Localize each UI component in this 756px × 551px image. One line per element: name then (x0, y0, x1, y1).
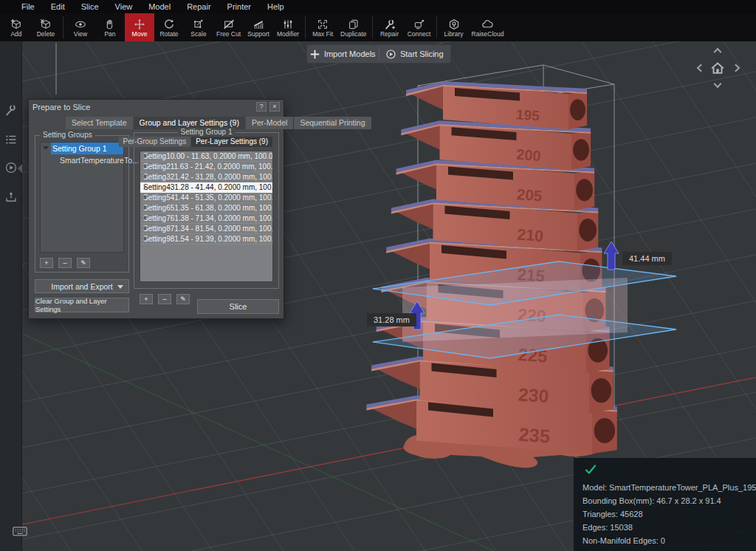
add-layer-setting-button[interactable]: + (140, 294, 153, 304)
tab-per-group-settings[interactable]: Per-Group Settings (119, 137, 191, 147)
tower-temperature-label: 235 (518, 424, 551, 447)
menu-model[interactable]: Model (140, 0, 179, 13)
toolbar-button-add[interactable]: Add (1, 13, 31, 41)
bounding-box-line: Bounding Box(mm): 46.7 x 28.2 x 91.4 (583, 494, 747, 507)
tree-item-model[interactable]: SmartTemperatureTo... (41, 154, 123, 166)
keyboard-icon[interactable] (10, 523, 30, 539)
support-icon (252, 18, 265, 30)
settings-wrench-icon[interactable] (4, 103, 18, 117)
layer-range: 21.42 - 31.28, 0.2000 mm, 100.0 % (171, 173, 273, 181)
toolbar-button-raisecloud[interactable]: RaiseCloud (469, 13, 507, 41)
tree-expander-icon[interactable] (43, 146, 49, 150)
panel-collapse-arrow[interactable] (18, 164, 22, 173)
toolbar-button-rotate[interactable]: Rotate (154, 13, 184, 41)
menu-view[interactable]: View (107, 0, 141, 13)
tab-select-template[interactable]: Select Template (66, 117, 133, 129)
rotate-down-chevron[interactable] (712, 81, 723, 89)
toolbar-button-duplicate[interactable]: Duplicate (337, 13, 369, 41)
dialog-titlebar[interactable]: Prepare to Slice ? × (29, 100, 284, 113)
layer-name: Setting7 (143, 214, 171, 222)
menu-edit[interactable]: Edit (43, 0, 73, 13)
layer-row-setting5[interactable]: Setting5 41.44 - 51.35, 0.2000 mm, 100.0… (140, 193, 272, 203)
layer-row-setting4-selected[interactable]: Setting4 31.28 - 41.44, 0.2000 mm, 100.0… (140, 182, 272, 193)
layer-settings-list[interactable]: Setting1 0.00 - 11.63, 0.2000 mm, 100.0 … (140, 151, 273, 282)
layer-range: 71.34 - 81.54, 0.2000 mm, 100.0 % (171, 225, 273, 233)
toolbar-button-scale[interactable]: Scale (184, 13, 213, 41)
settings-subtabs: Per-Group Settings Per-Layer Settings (9… (119, 137, 272, 147)
toolbar-button-view[interactable]: View (66, 13, 95, 41)
toolbar-button-delete[interactable]: Delete (31, 13, 61, 41)
clear-button-label: Clear Group and Layer Settings (35, 297, 128, 313)
toolbar-button-library[interactable]: Library (439, 13, 469, 41)
hand-icon (103, 18, 117, 30)
remove-layer-setting-button[interactable]: – (158, 294, 171, 304)
free-cut-icon (222, 18, 236, 30)
viewport-3d[interactable]: 235230225220215210205200195 Import Model… (0, 41, 756, 551)
layer-row-setting2[interactable]: Setting2 11.63 - 21.42, 0.2000 mm, 100.0… (140, 162, 272, 172)
layer-name: Setting5 (143, 194, 171, 202)
main-toolbar: Add Delete View Pan Move Rotate Scale (0, 13, 756, 41)
rotate-left-chevron[interactable] (695, 63, 704, 73)
remove-group-button[interactable]: – (58, 258, 72, 268)
toolbar-button-modifier[interactable]: Modifier (273, 13, 303, 41)
toolbar-button-repair[interactable]: Repair (375, 13, 405, 41)
tab-per-layer-settings[interactable]: Per-Layer Settings (9) (191, 137, 272, 147)
toolbar-button-move[interactable]: Move (125, 13, 154, 41)
menu-repair[interactable]: Repair (179, 0, 219, 13)
add-group-button[interactable]: + (40, 258, 53, 268)
help-button[interactable]: ? (256, 102, 267, 112)
group-buttons: + – ✎ (40, 258, 90, 268)
clear-group-layer-settings-button[interactable]: Clear Group and Layer Settings (35, 298, 129, 312)
tab-per-model[interactable]: Per-Model (246, 117, 293, 129)
list-panel-icon[interactable] (4, 133, 18, 146)
left-tool-rail (0, 41, 22, 551)
import-models-button[interactable]: Import Models (307, 45, 379, 63)
toolbar-separator (305, 16, 306, 38)
edit-layer-setting-button[interactable]: ✎ (176, 294, 190, 304)
toolbar-separator (436, 16, 437, 38)
layer-name: Setting1 (143, 152, 171, 160)
menu-slice[interactable]: Slice (73, 0, 107, 13)
tree-item-setting-group-1[interactable]: Setting Group 1 (51, 143, 123, 154)
dialog-title: Prepare to Slice (32, 103, 90, 112)
start-panel-icon[interactable] (4, 161, 18, 174)
layer-row-setting9[interactable]: Setting9 81.54 - 91.39, 0.2000 mm, 100.0… (140, 234, 272, 244)
slice-button[interactable]: Slice (197, 299, 279, 314)
menu-printer[interactable]: Printer (219, 0, 259, 13)
close-button[interactable]: × (269, 102, 280, 112)
cube-delete-icon (39, 18, 52, 30)
toolbar-button-max-fit[interactable]: Max Fit (308, 13, 337, 41)
quick-actions-bar: Import Models Start Slicing (306, 44, 451, 64)
upper-plane-arrow-handle[interactable] (604, 242, 619, 270)
rotate-up-chevron[interactable] (712, 47, 723, 55)
layer-row-setting7[interactable]: Setting7 61.38 - 71.34, 0.2000 mm, 100.0… (140, 213, 272, 224)
upper-plane-height-label: 41.44 mm (622, 252, 672, 265)
layer-buttons: + – ✎ (140, 294, 190, 304)
layer-row-setting6[interactable]: Setting6 51.35 - 61.38, 0.2000 mm, 100.0… (140, 203, 272, 213)
edit-group-button[interactable]: ✎ (77, 258, 90, 268)
toolbar-button-pan[interactable]: Pan (95, 13, 125, 41)
tab-sequential-printing[interactable]: Sequential Printing (294, 117, 371, 129)
toolbar-label: Rotate (159, 31, 178, 38)
setting-groups-tree[interactable]: Setting Group 1 SmartTemperatureTo... (40, 142, 124, 253)
slice-button-label: Slice (230, 302, 247, 311)
model-info-panel: Model: SmartTemperatureTower_PLA_Plus_19… (574, 458, 756, 551)
rotate-icon (162, 18, 176, 30)
export-panel-icon[interactable] (4, 191, 18, 204)
edges-line: Edges: 15038 (583, 521, 747, 534)
layer-row-setting8[interactable]: Setting8 71.34 - 81.54, 0.2000 mm, 100.0… (140, 224, 272, 234)
connect-icon (413, 18, 426, 30)
layer-range: 41.44 - 51.35, 0.2000 mm, 100.0 % (171, 194, 273, 202)
layer-name: Setting4 (143, 183, 171, 191)
toolbar-button-support[interactable]: Support (244, 13, 273, 41)
start-slicing-button[interactable]: Start Slicing (379, 45, 451, 63)
import-and-export-button[interactable]: Import and Export (35, 279, 129, 293)
toolbar-button-free-cut[interactable]: Free Cut (213, 13, 244, 41)
toolbar-button-connect[interactable]: Connect (405, 13, 434, 41)
home-view-icon[interactable] (709, 60, 726, 76)
layer-row-setting3[interactable]: Setting3 21.42 - 31.28, 0.2000 mm, 100.0… (140, 172, 272, 182)
layer-row-setting1[interactable]: Setting1 0.00 - 11.63, 0.2000 mm, 100.0 … (140, 151, 272, 162)
menu-file[interactable]: File (13, 0, 43, 13)
menu-help[interactable]: Help (259, 0, 292, 13)
rotate-right-chevron[interactable] (732, 63, 741, 73)
